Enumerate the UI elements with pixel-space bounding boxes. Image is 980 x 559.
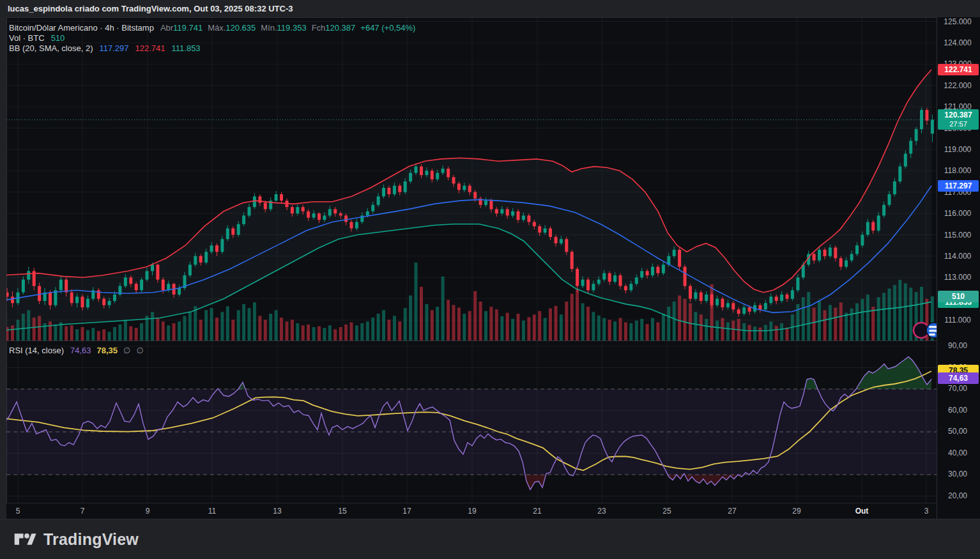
rsi-value: 74,63: [70, 346, 91, 355]
time-axis-label: 21: [533, 507, 541, 516]
time-axis-label: 3: [924, 507, 929, 516]
volume-value: 510: [51, 33, 65, 43]
axis-label: 119.000: [937, 145, 978, 154]
time-axis-label: 29: [792, 507, 800, 516]
axis-label: 122.000: [937, 81, 978, 90]
symbol-legend-row[interactable]: Bitcoin/Dólar Americano · 4h · BitstampA…: [9, 23, 415, 33]
tradingview-logo[interactable]: TradingView: [14, 530, 139, 549]
footer-bar: TradingView: [0, 519, 980, 559]
tradingview-logo-text: TradingView: [43, 530, 139, 549]
bb-lower-value: 111.853: [172, 43, 201, 53]
axis-label: 114.000: [937, 252, 978, 261]
time-axis-label: 15: [338, 507, 346, 516]
rsi-empty-icon: ∅: [136, 346, 143, 355]
axis-label: 60,00: [937, 406, 978, 415]
bb-mid-value: 117.297: [100, 43, 129, 53]
time-axis-label: 23: [597, 507, 606, 516]
symbol-title[interactable]: Bitcoin/Dólar Americano · 4h · Bitstamp: [9, 23, 154, 33]
axis-label: 20,00: [937, 491, 978, 500]
axis-label: 118.000: [937, 166, 978, 175]
low-label: Mín.: [261, 23, 277, 33]
open-label: Abr: [160, 23, 173, 33]
close-label: Fch: [312, 23, 326, 33]
time-axis-label: 27: [728, 507, 736, 516]
bb-title[interactable]: BB (20, SMA, close, 2): [9, 43, 93, 53]
axis-label: 116.000: [937, 209, 978, 218]
close-value: 120.387: [325, 23, 355, 33]
rsi-ma-value: 78,35: [97, 346, 118, 355]
attribution-text: lucas_espindola criado com TradingView.c…: [8, 4, 293, 13]
rsi-pane-canvas[interactable]: [6, 341, 937, 503]
open-value: 119.741: [173, 23, 203, 33]
price-tag: 74,63: [938, 372, 979, 384]
time-axis-label: 17: [402, 507, 411, 516]
axis-label: 70,00: [937, 384, 978, 393]
low-value: 119.353: [277, 23, 307, 33]
time-axis-label: 13: [273, 507, 281, 516]
change-value: +647 (+0,54%): [360, 23, 415, 33]
axis-label: 124.000: [937, 38, 978, 47]
high-label: Máx.: [208, 23, 226, 33]
rsi-legend[interactable]: RSI (14, close)74,6378,35∅∅: [9, 346, 144, 356]
axis-label: 113.000: [937, 273, 978, 282]
axis-label: 30,00: [937, 470, 978, 479]
time-axis-label: 11: [208, 507, 216, 516]
high-value: 120.635: [226, 23, 256, 33]
price-axis[interactable]: 125.000124.000123.000122.000121.000120.0…: [937, 17, 980, 519]
volume-tag: 510: [938, 291, 979, 302]
rsi-empty-icon: ∅: [123, 346, 130, 355]
price-tag: 117.297: [938, 180, 979, 192]
time-axis-label: Out: [855, 507, 869, 516]
rsi-title[interactable]: RSI (14, close): [9, 346, 64, 355]
attribution-bar: lucas_espindola criado com TradingView.c…: [0, 0, 980, 18]
time-axis-label: 5: [16, 507, 20, 516]
tradingview-logo-icon: [14, 530, 36, 549]
axis-label: 50,00: [937, 427, 978, 436]
axis-label: 115.000: [937, 231, 978, 240]
time-axis-label: 25: [662, 507, 671, 516]
axis-label: 90,00: [937, 341, 978, 350]
price-tag: 120.38727:57: [938, 109, 979, 130]
time-axis-label: 7: [80, 507, 85, 516]
axis-label: 125.000: [937, 17, 978, 26]
volume-legend-row[interactable]: Vol · BTC510: [9, 33, 415, 43]
price-pane-canvas[interactable]: [6, 17, 937, 341]
time-axis[interactable]: 57911131517192123252729Out3: [6, 503, 937, 519]
volume-title[interactable]: Vol · BTC: [9, 33, 45, 43]
countdown-timer: 27:57: [938, 119, 979, 128]
bb-upper-value: 122.741: [135, 43, 165, 53]
main-legend: Bitcoin/Dólar Americano · 4h · BitstampA…: [9, 23, 415, 54]
time-axis-label: 9: [146, 507, 150, 516]
price-tag: 122.741: [938, 64, 979, 75]
tradingview-chart-window: lucas_espindola criado com TradingView.c…: [0, 0, 980, 559]
axis-label: 111.000: [937, 316, 978, 325]
bb-legend-row[interactable]: BB (20, SMA, close, 2)117.297122.741111.…: [9, 43, 415, 54]
pair-logos-icon: [914, 323, 937, 338]
axis-label: 40,00: [937, 448, 978, 457]
time-axis-label: 19: [468, 507, 476, 516]
